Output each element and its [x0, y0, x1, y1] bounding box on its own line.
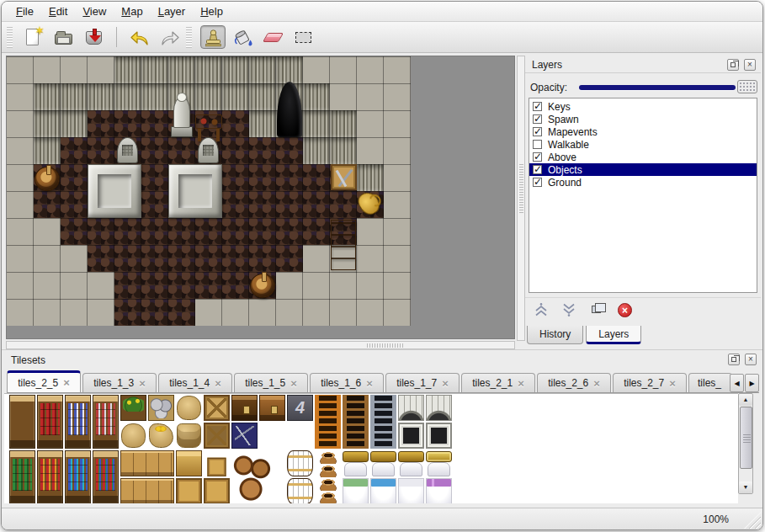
- menu-item-file[interactable]: File: [8, 3, 41, 20]
- map-tile[interactable]: [34, 56, 61, 83]
- float-panel-icon[interactable]: [727, 59, 739, 71]
- map-tile[interactable]: [249, 299, 276, 326]
- map-tile[interactable]: [61, 83, 88, 110]
- map-tile[interactable]: [357, 56, 384, 83]
- tileset-tile[interactable]: [148, 395, 174, 421]
- map-tile[interactable]: [249, 110, 276, 137]
- toolbar-redo-button[interactable]: [157, 25, 182, 49]
- tileset-tile[interactable]: [148, 423, 174, 449]
- map-tile[interactable]: [61, 218, 88, 245]
- map-tile[interactable]: [88, 299, 114, 326]
- tileset-tile[interactable]: [176, 423, 202, 449]
- tab-history[interactable]: History: [527, 326, 583, 344]
- map-tile[interactable]: [222, 83, 249, 110]
- map-tile[interactable]: [357, 272, 384, 299]
- tileset-tile[interactable]: [37, 395, 63, 449]
- map-tile[interactable]: [330, 272, 357, 299]
- tileset-tile[interactable]: [231, 450, 272, 503]
- map-object-tomb[interactable]: [88, 164, 141, 218]
- tileset-tile[interactable]: [120, 450, 174, 476]
- map-tile[interactable]: [61, 110, 88, 137]
- map-tile[interactable]: [384, 83, 411, 110]
- tileset-tile[interactable]: [315, 450, 341, 503]
- map-tile[interactable]: [195, 245, 222, 272]
- tab-layers[interactable]: Layers: [586, 326, 641, 344]
- map-tile[interactable]: [61, 245, 88, 272]
- map-object-gravestone[interactable]: [198, 137, 219, 163]
- map-tile[interactable]: [303, 191, 330, 218]
- layer-row-keys[interactable]: Keys: [529, 100, 757, 113]
- tileset-tile[interactable]: [343, 478, 369, 503]
- tileset-tile[interactable]: [231, 395, 258, 421]
- tab-close-icon[interactable]: ×: [593, 377, 600, 390]
- delete-layer-button[interactable]: ×: [615, 301, 635, 320]
- toolbar-undo-button[interactable]: [126, 25, 151, 49]
- tileset-tab-tiles_1_5[interactable]: tiles_1_5×: [234, 373, 308, 392]
- map-tile[interactable]: [7, 110, 34, 137]
- map-tile[interactable]: [195, 218, 222, 245]
- map-tile[interactable]: [114, 110, 141, 137]
- toolbar-fill-tool[interactable]: [231, 25, 256, 49]
- map-tile[interactable]: [34, 218, 61, 245]
- map-tile[interactable]: [384, 191, 411, 218]
- tileset-tile[interactable]: [398, 395, 424, 421]
- tileset-tile[interactable]: [398, 423, 424, 449]
- map-tile[interactable]: [222, 110, 249, 137]
- map-tile[interactable]: [141, 110, 168, 137]
- map-tile[interactable]: [168, 56, 195, 83]
- layer-row-ground[interactable]: Ground: [529, 176, 757, 189]
- toolbar-stamp-tool[interactable]: [200, 25, 226, 49]
- map-tile[interactable]: [114, 56, 141, 83]
- tileset-tile[interactable]: [176, 450, 202, 476]
- map-tile[interactable]: [384, 272, 411, 299]
- toolbar-select-tool[interactable]: [291, 25, 316, 49]
- tileset-tile[interactable]: [370, 478, 396, 503]
- menu-item-edit[interactable]: Edit: [41, 3, 75, 20]
- tileset-tile[interactable]: [120, 423, 146, 449]
- tileset-tile[interactable]: [426, 395, 452, 421]
- tab-close-icon[interactable]: ×: [669, 377, 676, 390]
- tab-close-icon[interactable]: ×: [518, 377, 524, 390]
- map-tile[interactable]: [222, 272, 249, 299]
- tileset-tile[interactable]: [398, 450, 424, 476]
- map-tile[interactable]: [195, 56, 222, 83]
- tileset-tile[interactable]: [426, 450, 452, 476]
- map-tile[interactable]: [384, 218, 411, 245]
- scroll-up-button[interactable]: ▲: [739, 394, 752, 406]
- map-tile[interactable]: [249, 137, 276, 164]
- layer-visibility-checkbox[interactable]: [533, 102, 542, 111]
- opacity-slider-handle[interactable]: [737, 80, 757, 93]
- toolbar-drag-handle[interactable]: [7, 26, 13, 48]
- scroll-down-button[interactable]: ▼: [739, 481, 752, 493]
- raise-layer-button[interactable]: [532, 301, 552, 320]
- layer-row-walkable[interactable]: Walkable: [529, 138, 757, 151]
- tileset-tile[interactable]: [9, 450, 35, 503]
- map-tile[interactable]: [222, 164, 249, 191]
- float-panel-icon[interactable]: [728, 354, 740, 365]
- map-tile[interactable]: [88, 110, 114, 137]
- map-tile[interactable]: [303, 299, 330, 326]
- tileset-tile[interactable]: [204, 478, 230, 503]
- map-tile[interactable]: [384, 164, 411, 191]
- scrollbar-thumb[interactable]: [740, 407, 752, 469]
- tileset-tab-tiles_2_6[interactable]: tiles_2_6×: [537, 373, 611, 392]
- menu-item-layer[interactable]: Layer: [151, 3, 194, 20]
- map-tile[interactable]: [34, 137, 61, 164]
- map-tile[interactable]: [61, 137, 88, 164]
- tileset-tile[interactable]: [120, 395, 146, 421]
- map-tile[interactable]: [195, 83, 222, 110]
- map-tile[interactable]: [7, 191, 34, 218]
- tileset-tile[interactable]: [426, 423, 452, 449]
- map-tile[interactable]: [7, 272, 34, 299]
- map-tile[interactable]: [276, 56, 303, 83]
- map-tile[interactable]: [330, 83, 357, 110]
- layer-visibility-checkbox[interactable]: [533, 114, 542, 124]
- map-tile[interactable]: [276, 164, 303, 191]
- toolbar-save-button[interactable]: [82, 25, 107, 49]
- map-tile[interactable]: [303, 56, 330, 83]
- map-tile[interactable]: [357, 164, 384, 191]
- map-tile[interactable]: [357, 218, 384, 245]
- toolbar-new-button[interactable]: ✶: [21, 25, 46, 49]
- map-tile[interactable]: [303, 272, 330, 299]
- map-tile[interactable]: [88, 56, 114, 83]
